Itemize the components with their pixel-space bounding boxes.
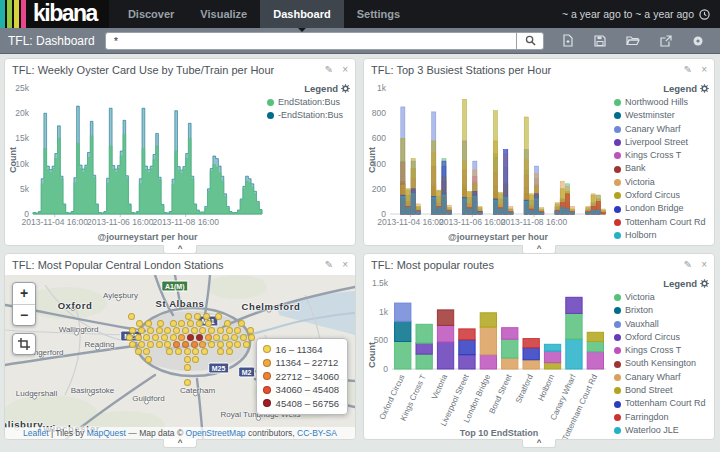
attribution-link[interactable]: MapQuest bbox=[87, 428, 126, 438]
close-panel-icon[interactable]: × bbox=[701, 64, 707, 75]
legend-item[interactable]: Victoria bbox=[614, 291, 709, 304]
search-button[interactable] bbox=[516, 32, 544, 50]
legend-swatch bbox=[614, 219, 621, 226]
station-density-dot bbox=[208, 341, 215, 348]
legend-item[interactable]: Waterloo JLE bbox=[614, 424, 709, 437]
legend-label: Victoria bbox=[625, 291, 655, 304]
share-dashboard-button[interactable] bbox=[660, 35, 672, 47]
station-density-dot bbox=[238, 320, 245, 327]
query-input[interactable] bbox=[105, 32, 516, 50]
legend-item[interactable]: Kings Cross T bbox=[614, 344, 709, 357]
legend-item[interactable]: London Bridge bbox=[614, 202, 709, 215]
legend-title: Legend bbox=[304, 83, 338, 94]
station-density-dot bbox=[205, 334, 212, 341]
legend-item[interactable]: Farringdon bbox=[614, 411, 709, 424]
edit-panel-icon[interactable]: ✎ bbox=[325, 259, 333, 270]
stacked-bar-chart-canvas[interactable]: Count 05001k1.5kOxford CircusKings Cross… bbox=[364, 275, 614, 439]
legend-swatch bbox=[614, 152, 621, 159]
legend-item[interactable]: Oxford Circus bbox=[614, 189, 709, 202]
legend-swatch bbox=[614, 414, 621, 421]
map-legend-label: 11364 – 22712 bbox=[276, 356, 339, 370]
close-panel-icon[interactable]: × bbox=[342, 64, 348, 75]
legend-item[interactable]: Victoria bbox=[614, 176, 709, 189]
logo-stripe bbox=[21, 0, 26, 28]
new-dashboard-icon bbox=[562, 34, 574, 47]
close-panel-icon[interactable]: × bbox=[701, 259, 707, 270]
attribution-link[interactable]: OpenStreetMap bbox=[186, 428, 246, 438]
map-place-label: Reading bbox=[85, 339, 115, 348]
load-dashboard-button[interactable] bbox=[626, 35, 640, 46]
nav-item-visualize[interactable]: Visualize bbox=[187, 0, 260, 28]
legend-item[interactable]: Canary Wharf bbox=[614, 123, 709, 136]
options-button[interactable] bbox=[692, 35, 704, 47]
legend-item[interactable]: Oxford Circus bbox=[614, 331, 709, 344]
edit-panel-icon[interactable]: ✎ bbox=[684, 64, 692, 75]
legend-label: Holborn bbox=[625, 229, 657, 242]
zoom-out-button[interactable]: − bbox=[13, 304, 35, 325]
legend-header[interactable]: Legend bbox=[614, 83, 709, 94]
collapse-panel-tab[interactable]: ^ bbox=[522, 245, 556, 254]
save-dashboard-button[interactable] bbox=[594, 35, 606, 47]
svg-text:Top 10 EndStation: Top 10 EndStation bbox=[460, 428, 538, 438]
legend-item[interactable]: Bond Street bbox=[614, 384, 709, 397]
kibana-logo[interactable]: kibana bbox=[0, 0, 109, 28]
legend-item[interactable]: Brixton bbox=[614, 304, 709, 317]
legend-item[interactable]: Kings Cross T bbox=[614, 149, 709, 162]
legend-item[interactable]: Westminster bbox=[614, 109, 709, 122]
new-dashboard-button[interactable] bbox=[562, 34, 574, 47]
close-panel-icon[interactable]: × bbox=[342, 259, 348, 270]
edit-panel-icon[interactable]: ✎ bbox=[684, 259, 692, 270]
station-density-dot bbox=[217, 327, 224, 334]
svg-text:@journeystart per hour: @journeystart per hour bbox=[448, 232, 548, 242]
zoom-in-button[interactable]: + bbox=[13, 283, 35, 304]
bar-chart-canvas[interactable]: Count 02004006008001k2013-11-04 16:00201… bbox=[364, 80, 614, 244]
panel-header: TFL: Weekly Oyster Card Use by Tube/Trai… bbox=[5, 59, 355, 80]
legend-item[interactable]: EndStation:Bus bbox=[267, 96, 350, 109]
legend-swatch bbox=[614, 139, 621, 146]
legend-label: Bank bbox=[625, 162, 646, 175]
station-density-dot bbox=[196, 320, 203, 327]
legend-item[interactable]: Northwood Hills bbox=[614, 96, 709, 109]
legend-item[interactable]: Holborn bbox=[614, 229, 709, 242]
panel-tools: ✎ × bbox=[684, 64, 707, 75]
kibana-dashboard-app: kibana Discover Visualize Dashboard Sett… bbox=[0, 0, 720, 452]
legend-item[interactable]: Vauxhall bbox=[614, 318, 709, 331]
legend-header[interactable]: Legend bbox=[614, 278, 709, 289]
attribution-link[interactable]: Leaflet bbox=[23, 428, 49, 438]
nav-item-discover[interactable]: Discover bbox=[115, 0, 187, 28]
svg-text:2013-11-06 16:00: 2013-11-06 16:00 bbox=[87, 217, 154, 227]
nav-item-dashboard[interactable]: Dashboard bbox=[260, 0, 343, 28]
map-legend-swatch bbox=[263, 399, 271, 407]
legend-header[interactable]: Legend bbox=[267, 83, 350, 94]
fit-bounds-button[interactable] bbox=[12, 333, 36, 355]
legend-swatch bbox=[614, 179, 621, 186]
legend-swatch bbox=[614, 321, 621, 328]
station-density-dot bbox=[135, 348, 142, 355]
map-place-label: Aylesbury bbox=[103, 290, 138, 299]
attribution-link[interactable]: CC-BY-SA bbox=[297, 428, 337, 438]
map-legend-swatch bbox=[263, 372, 271, 380]
collapse-panel-tab[interactable]: ^ bbox=[163, 245, 197, 254]
station-density-dot bbox=[173, 341, 180, 348]
legend-swatch bbox=[614, 307, 621, 314]
chart-legend: LegendEndStation:Bus-EndStation:Bus bbox=[267, 80, 355, 244]
legend-item[interactable]: -EndStation:Bus bbox=[267, 109, 350, 122]
legend-item[interactable]: Tottenham Court Rd bbox=[614, 216, 709, 229]
collapse-panel-tab[interactable]: ^ bbox=[163, 439, 197, 448]
edit-panel-icon[interactable]: ✎ bbox=[325, 64, 333, 75]
nav-item-settings[interactable]: Settings bbox=[344, 0, 413, 28]
panel-header: TFL: Most popular routes ✎ × bbox=[364, 254, 714, 275]
legend-item[interactable]: Bank bbox=[614, 162, 709, 175]
svg-text:1.5k: 1.5k bbox=[372, 278, 389, 288]
station-density-dot bbox=[156, 341, 163, 348]
collapse-panel-tab[interactable]: ^ bbox=[522, 439, 556, 448]
map-place-label: Basingstoke bbox=[71, 385, 115, 394]
legend-item[interactable]: South Kensington bbox=[614, 357, 709, 370]
area-chart-canvas[interactable]: Count 05k10k15k20k25k2013-11-04 16:00201… bbox=[5, 80, 267, 244]
tile-map[interactable]: OxfordSt AlbansChelmsfordWinchesterSalis… bbox=[5, 275, 355, 439]
legend-item[interactable]: Canary Wharf bbox=[614, 371, 709, 384]
legend-item[interactable]: Tottenham Court Rd bbox=[614, 397, 709, 410]
station-density-dot bbox=[231, 334, 238, 341]
time-picker[interactable]: ~ a year ago to ~ a year ago bbox=[562, 0, 720, 28]
legend-item[interactable]: Liverpool Street bbox=[614, 136, 709, 149]
